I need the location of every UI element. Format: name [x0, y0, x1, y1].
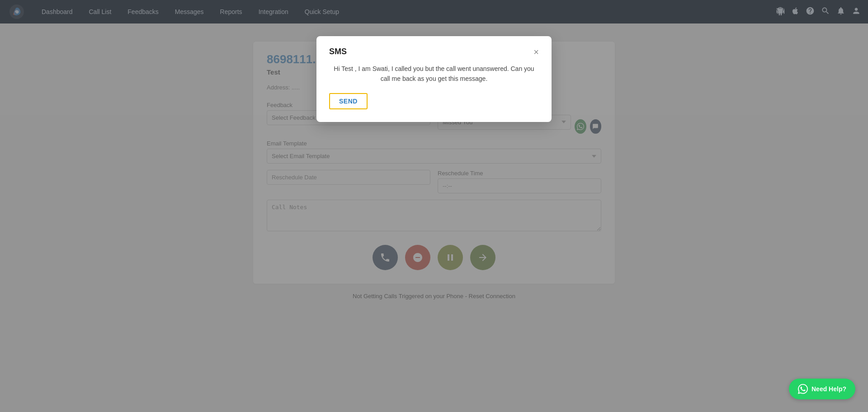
- modal-overlay: SMS × Hi Test , I am Swati, I called you…: [0, 0, 868, 412]
- need-help-label: Need Help?: [811, 385, 846, 393]
- sms-modal: SMS × Hi Test , I am Swati, I called you…: [316, 36, 552, 122]
- modal-title: SMS: [329, 47, 347, 56]
- modal-body: Hi Test , I am Swati, I called you but t…: [329, 64, 539, 84]
- need-help-button[interactable]: Need Help?: [789, 379, 855, 399]
- modal-header: SMS ×: [329, 47, 539, 56]
- modal-send-button[interactable]: SEND: [329, 93, 368, 109]
- modal-close-button[interactable]: ×: [533, 47, 539, 56]
